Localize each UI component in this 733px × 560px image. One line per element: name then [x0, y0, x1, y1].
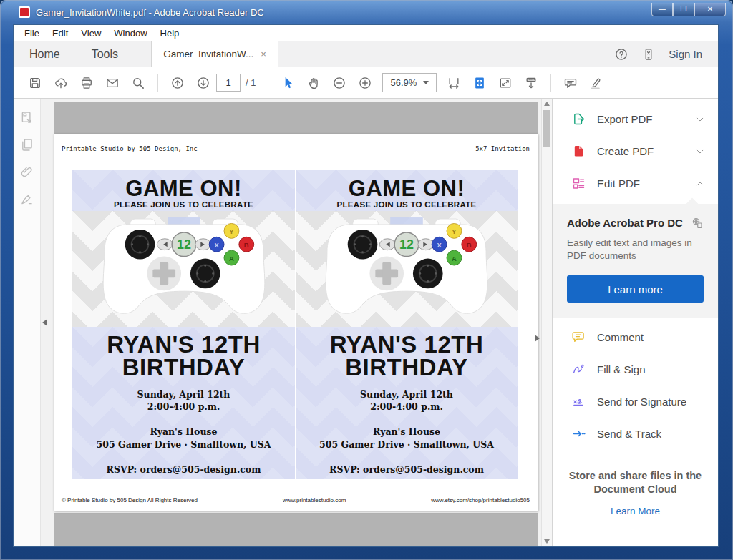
invitation-rsvp: RSVP: orders@505-design.com: [72, 463, 295, 476]
action-fill-sign-label: Fill & Sign: [597, 363, 646, 375]
action-comment[interactable]: Comment: [553, 321, 718, 353]
learn-more-link[interactable]: Learn More: [553, 506, 718, 516]
menu-view[interactable]: View: [74, 26, 107, 41]
highlight-tool-button[interactable]: [583, 72, 609, 94]
zoom-in-button[interactable]: [352, 72, 378, 94]
tool-edit-pdf[interactable]: Edit PDF: [553, 167, 718, 200]
button-a-label: A: [452, 255, 457, 262]
learn-more-button[interactable]: Learn more: [567, 275, 704, 303]
tab-bar: Home Tools Gamer_InvitationW... × Sign I…: [14, 41, 718, 67]
app-frame: File Edit View Window Help Home Tools Ga…: [13, 24, 719, 547]
right-panel-collapse-arrow[interactable]: [535, 335, 540, 342]
controller-age-number: 12: [399, 237, 414, 252]
nav-attachments-button[interactable]: [19, 164, 34, 180]
button-a-label: A: [229, 255, 234, 262]
close-button[interactable]: ✕: [694, 3, 726, 16]
invitation-date: Sunday, April 12th: [72, 388, 295, 401]
tab-tools[interactable]: Tools: [76, 41, 134, 67]
tab-home[interactable]: Home: [14, 41, 76, 67]
scrolling-mode-button[interactable]: [441, 72, 467, 94]
left-panel-collapse-arrow[interactable]: [42, 319, 47, 326]
minimize-button[interactable]: —: [651, 3, 673, 16]
tool-edit-pdf-label: Edit PDF: [597, 177, 640, 190]
chevron-down-icon: [695, 147, 705, 157]
game-controller-graphic: 12 Y X B A: [321, 212, 492, 318]
document-background: [54, 513, 538, 546]
email-button[interactable]: [99, 72, 125, 94]
invitation-subtitle: PLEASE JOIN US TO CELEBRATE: [296, 200, 518, 209]
scroll-up-icon[interactable]: [544, 102, 550, 106]
invitation-name-line2: BIRTHDAY: [72, 356, 295, 379]
nav-bookmarks-button[interactable]: [19, 137, 34, 152]
invitation-time: 2:00-4:00 p.m.: [72, 401, 295, 413]
hand-icon: [306, 76, 321, 90]
invitation-card: GAME ON! PLEASE JOIN US TO CELEBRATE: [295, 170, 518, 479]
titlebar: Gamer_InvitationWhite.pdf - Adobe Acroba…: [0, 0, 733, 24]
tool-create-pdf[interactable]: Create PDF: [553, 135, 718, 167]
cloud-upload-icon: [54, 76, 68, 90]
pdf-app-icon: [19, 6, 30, 18]
envelope-icon: [105, 76, 120, 90]
menu-window[interactable]: Window: [107, 26, 153, 41]
invitation-venue: Ryan's House: [72, 426, 295, 438]
save-button[interactable]: [22, 72, 48, 94]
nav-signatures-button[interactable]: [19, 192, 34, 207]
next-page-button[interactable]: [190, 72, 216, 94]
promo-description: Easily edit text and images in PDF docum…: [567, 237, 694, 262]
tool-export-pdf[interactable]: Export PDF: [553, 99, 718, 135]
sheet-header-left: Printable Studio by 505 Design, Inc: [62, 145, 198, 152]
left-nav-rail: [14, 99, 41, 546]
send-track-icon: [571, 426, 586, 441]
button-x-label: X: [214, 241, 219, 249]
zoom-out-button[interactable]: [326, 72, 352, 94]
action-send-signature[interactable]: Send for Signature: [553, 385, 718, 418]
page-display-button[interactable]: [518, 72, 544, 94]
menu-edit[interactable]: Edit: [46, 26, 74, 41]
documents-icon: [691, 217, 704, 230]
print-button[interactable]: [74, 72, 99, 94]
document-viewport[interactable]: Printable Studio by 505 Design, Inc 5x7 …: [41, 99, 552, 546]
fit-page-button[interactable]: [467, 72, 492, 94]
save-icon: [28, 76, 42, 90]
sign-in-button[interactable]: Sign In: [669, 48, 702, 60]
fullscreen-button[interactable]: [492, 72, 518, 94]
action-send-track[interactable]: Send & Track: [553, 418, 718, 450]
page-total-label: / 1: [246, 77, 256, 88]
search-icon: [131, 76, 145, 90]
scroll-down-icon[interactable]: [544, 539, 550, 544]
promo-title: Adobe Acrobat Pro DC: [567, 217, 683, 229]
nav-thumbnails-button[interactable]: [19, 110, 34, 125]
maximize-button[interactable]: ❐: [673, 3, 694, 16]
page-number-input[interactable]: [216, 74, 241, 92]
tab-close-icon[interactable]: ×: [261, 49, 266, 59]
zoom-level-dropdown[interactable]: 56.9%: [382, 73, 437, 92]
action-fill-sign[interactable]: Fill & Sign: [553, 353, 718, 385]
toolbar-divider: [157, 74, 158, 92]
fit-page-icon: [472, 76, 487, 90]
document-scrollbar[interactable]: [541, 99, 552, 546]
print-icon: [79, 76, 94, 90]
search-button[interactable]: [125, 72, 151, 94]
previous-page-button[interactable]: [165, 72, 190, 94]
acrobat-pro-promo: Adobe Acrobat Pro DC Easily edit text an…: [553, 204, 718, 318]
mobile-link-button[interactable]: [641, 47, 656, 62]
fullscreen-icon: [498, 76, 513, 90]
button-y-label: Y: [452, 227, 457, 235]
right-tools-panel: Export PDF Create PDF Edit PDF Adobe: [552, 99, 718, 546]
scrollbar-thumb[interactable]: [543, 110, 550, 147]
select-tool-button[interactable]: [275, 72, 301, 94]
hand-tool-button[interactable]: [301, 72, 326, 94]
invitation-time: 2:00-4:00 p.m.: [296, 401, 518, 413]
invitation-name-line1: RYAN'S 12TH: [72, 333, 295, 356]
help-button[interactable]: [614, 47, 628, 62]
button-b-label: B: [243, 241, 248, 249]
button-x-label: X: [437, 241, 442, 249]
zoom-out-icon: [332, 76, 346, 90]
tab-document[interactable]: Gamer_InvitationW... ×: [151, 41, 278, 67]
comment-tool-button[interactable]: [558, 72, 583, 94]
share-cloud-button[interactable]: [48, 72, 74, 94]
menu-help[interactable]: Help: [154, 26, 186, 41]
previous-page-icon: [170, 76, 185, 90]
menu-file[interactable]: File: [18, 26, 46, 41]
invitation-name-line1: RYAN'S 12TH: [296, 333, 518, 356]
